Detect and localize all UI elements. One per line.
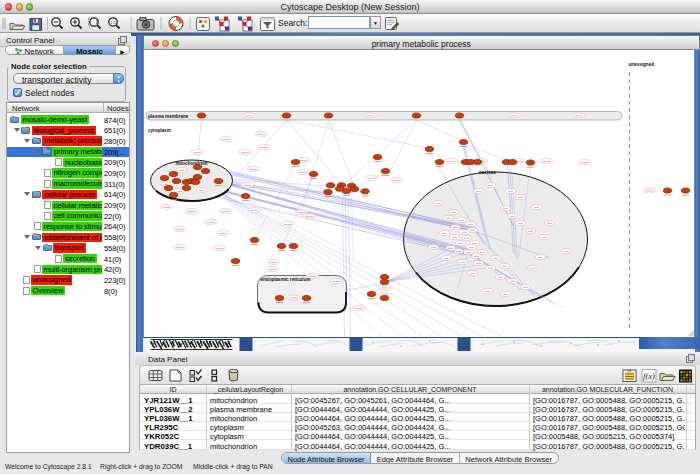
svg-text:unassigned: unassigned	[628, 62, 654, 67]
svg-text:f(x): f(x)	[643, 371, 655, 381]
svg-text:plasma membrane: plasma membrane	[148, 114, 189, 119]
svg-text:mitochondrion: mitochondrion	[175, 161, 207, 166]
svg-text:1:1: 1:1	[110, 20, 116, 25]
svg-text:endoplasmic reticulum: endoplasmic reticulum	[260, 277, 310, 282]
svg-text:cytoplasm: cytoplasm	[148, 128, 171, 133]
